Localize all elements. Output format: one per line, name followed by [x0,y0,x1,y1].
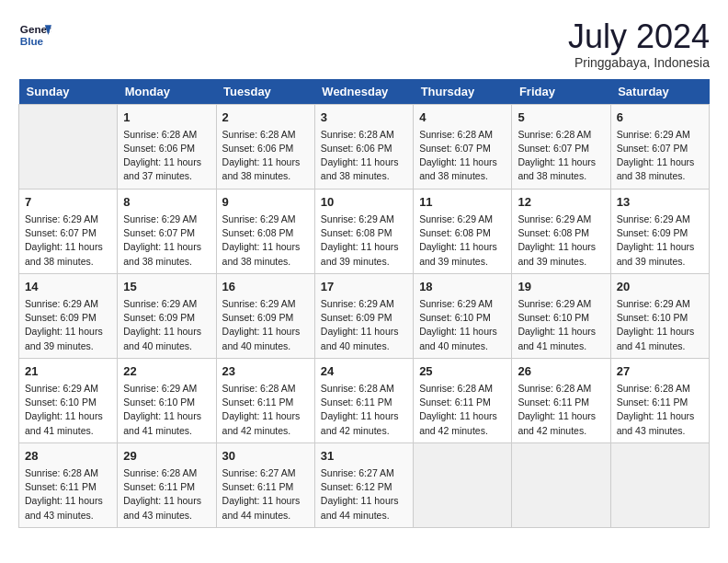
calendar-cell: 21Sunrise: 6:29 AM Sunset: 6:10 PM Dayli… [19,358,118,442]
day-number: 5 [518,109,604,126]
calendar-cell [414,442,512,527]
calendar-header-row: SundayMondayTuesdayWednesdayThursdayFrid… [19,79,710,105]
day-info: Sunrise: 6:29 AM Sunset: 6:07 PM Dayligh… [617,128,703,184]
day-info: Sunrise: 6:28 AM Sunset: 6:11 PM Dayligh… [617,382,703,438]
day-info: Sunrise: 6:28 AM Sunset: 6:11 PM Dayligh… [123,466,210,523]
calendar-cell: 26Sunrise: 6:28 AM Sunset: 6:11 PM Dayli… [512,358,610,442]
calendar-cell: 13Sunrise: 6:29 AM Sunset: 6:09 PM Dayli… [610,189,709,273]
calendar-cell: 9Sunrise: 6:29 AM Sunset: 6:08 PM Daylig… [216,189,314,273]
logo: General Blue [18,18,51,52]
location: Pringgabaya, Indonesia [568,55,710,70]
calendar-cell: 11Sunrise: 6:29 AM Sunset: 6:08 PM Dayli… [414,189,512,273]
day-number: 20 [617,279,703,295]
day-info: Sunrise: 6:29 AM Sunset: 6:08 PM Dayligh… [321,213,407,269]
calendar-cell [512,442,610,527]
svg-text:Blue: Blue [20,35,44,47]
calendar-cell: 14Sunrise: 6:29 AM Sunset: 6:09 PM Dayli… [19,273,118,358]
calendar-cell: 27Sunrise: 6:28 AM Sunset: 6:11 PM Dayli… [610,358,709,442]
calendar-week-row: 7Sunrise: 6:29 AM Sunset: 6:07 PM Daylig… [19,189,710,273]
day-number: 14 [25,279,111,295]
day-number: 15 [123,279,210,295]
calendar-cell: 1Sunrise: 6:28 AM Sunset: 6:06 PM Daylig… [118,104,216,189]
day-number: 10 [321,194,407,211]
day-number: 7 [25,194,111,211]
day-info: Sunrise: 6:28 AM Sunset: 6:06 PM Dayligh… [123,128,210,184]
calendar-cell: 24Sunrise: 6:28 AM Sunset: 6:11 PM Dayli… [314,358,413,442]
day-number: 12 [518,194,604,211]
day-number: 16 [222,279,309,295]
calendar-cell: 17Sunrise: 6:29 AM Sunset: 6:09 PM Dayli… [314,273,413,358]
calendar-cell: 2Sunrise: 6:28 AM Sunset: 6:06 PM Daylig… [216,104,314,189]
day-number: 1 [123,109,210,126]
calendar-week-row: 14Sunrise: 6:29 AM Sunset: 6:09 PM Dayli… [19,273,710,358]
calendar-cell: 10Sunrise: 6:29 AM Sunset: 6:08 PM Dayli… [314,189,413,273]
day-number: 8 [123,194,210,211]
day-info: Sunrise: 6:29 AM Sunset: 6:10 PM Dayligh… [25,382,111,438]
day-info: Sunrise: 6:29 AM Sunset: 6:07 PM Dayligh… [123,213,210,269]
day-info: Sunrise: 6:28 AM Sunset: 6:07 PM Dayligh… [518,128,604,184]
day-info: Sunrise: 6:29 AM Sunset: 6:10 PM Dayligh… [419,297,506,353]
day-info: Sunrise: 6:29 AM Sunset: 6:09 PM Dayligh… [321,297,407,353]
calendar-cell: 18Sunrise: 6:29 AM Sunset: 6:10 PM Dayli… [414,273,512,358]
day-info: Sunrise: 6:29 AM Sunset: 6:08 PM Dayligh… [419,213,506,269]
day-number: 2 [222,109,309,126]
calendar-cell: 29Sunrise: 6:28 AM Sunset: 6:11 PM Dayli… [118,442,216,527]
calendar-cell: 31Sunrise: 6:27 AM Sunset: 6:12 PM Dayli… [314,442,413,527]
calendar-cell: 7Sunrise: 6:29 AM Sunset: 6:07 PM Daylig… [19,189,118,273]
col-header-monday: Monday [118,79,216,105]
day-info: Sunrise: 6:29 AM Sunset: 6:10 PM Dayligh… [123,382,210,438]
day-info: Sunrise: 6:29 AM Sunset: 6:09 PM Dayligh… [25,297,111,353]
day-info: Sunrise: 6:29 AM Sunset: 6:08 PM Dayligh… [222,213,309,269]
day-info: Sunrise: 6:28 AM Sunset: 6:11 PM Dayligh… [518,382,604,438]
day-info: Sunrise: 6:27 AM Sunset: 6:12 PM Dayligh… [321,466,407,523]
day-number: 4 [419,109,506,126]
calendar-cell: 8Sunrise: 6:29 AM Sunset: 6:07 PM Daylig… [118,189,216,273]
col-header-thursday: Thursday [414,79,512,105]
calendar-cell: 20Sunrise: 6:29 AM Sunset: 6:10 PM Dayli… [610,273,709,358]
calendar-week-row: 21Sunrise: 6:29 AM Sunset: 6:10 PM Dayli… [19,358,710,442]
calendar-cell: 19Sunrise: 6:29 AM Sunset: 6:10 PM Dayli… [512,273,610,358]
title-block: July 2024 Pringgabaya, Indonesia [568,18,710,70]
calendar-cell: 3Sunrise: 6:28 AM Sunset: 6:06 PM Daylig… [314,104,413,189]
col-header-saturday: Saturday [610,79,709,105]
calendar-cell: 15Sunrise: 6:29 AM Sunset: 6:09 PM Dayli… [118,273,216,358]
day-number: 26 [518,363,604,380]
calendar-cell: 28Sunrise: 6:28 AM Sunset: 6:11 PM Dayli… [19,442,118,527]
calendar-cell [19,104,118,189]
day-number: 31 [321,448,407,465]
calendar-cell: 22Sunrise: 6:29 AM Sunset: 6:10 PM Dayli… [118,358,216,442]
day-number: 25 [419,363,506,380]
day-info: Sunrise: 6:28 AM Sunset: 6:11 PM Dayligh… [222,382,309,438]
calendar-cell: 5Sunrise: 6:28 AM Sunset: 6:07 PM Daylig… [512,104,610,189]
day-number: 22 [123,363,210,380]
day-info: Sunrise: 6:28 AM Sunset: 6:06 PM Dayligh… [222,128,309,184]
day-info: Sunrise: 6:28 AM Sunset: 6:07 PM Dayligh… [419,128,506,184]
day-info: Sunrise: 6:29 AM Sunset: 6:09 PM Dayligh… [617,213,703,269]
col-header-tuesday: Tuesday [216,79,314,105]
page-header: General Blue July 2024 Pringgabaya, Indo… [18,18,710,70]
day-info: Sunrise: 6:29 AM Sunset: 6:09 PM Dayligh… [222,297,309,353]
day-info: Sunrise: 6:28 AM Sunset: 6:11 PM Dayligh… [25,466,111,523]
calendar-week-row: 1Sunrise: 6:28 AM Sunset: 6:06 PM Daylig… [19,104,710,189]
day-info: Sunrise: 6:29 AM Sunset: 6:08 PM Dayligh… [518,213,604,269]
day-info: Sunrise: 6:29 AM Sunset: 6:09 PM Dayligh… [123,297,210,353]
calendar-table: SundayMondayTuesdayWednesdayThursdayFrid… [18,79,710,528]
day-number: 9 [222,194,309,211]
day-number: 27 [617,363,703,380]
col-header-wednesday: Wednesday [314,79,413,105]
day-info: Sunrise: 6:28 AM Sunset: 6:06 PM Dayligh… [321,128,407,184]
col-header-friday: Friday [512,79,610,105]
day-number: 11 [419,194,506,211]
day-info: Sunrise: 6:28 AM Sunset: 6:11 PM Dayligh… [321,382,407,438]
day-number: 13 [617,194,703,211]
calendar-cell: 16Sunrise: 6:29 AM Sunset: 6:09 PM Dayli… [216,273,314,358]
day-number: 6 [617,109,703,126]
calendar-cell: 4Sunrise: 6:28 AM Sunset: 6:07 PM Daylig… [414,104,512,189]
calendar-week-row: 28Sunrise: 6:28 AM Sunset: 6:11 PM Dayli… [19,442,710,527]
calendar-cell [610,442,709,527]
day-info: Sunrise: 6:27 AM Sunset: 6:11 PM Dayligh… [222,466,309,523]
day-number: 23 [222,363,309,380]
day-info: Sunrise: 6:28 AM Sunset: 6:11 PM Dayligh… [419,382,506,438]
day-number: 17 [321,279,407,295]
day-number: 30 [222,448,309,465]
